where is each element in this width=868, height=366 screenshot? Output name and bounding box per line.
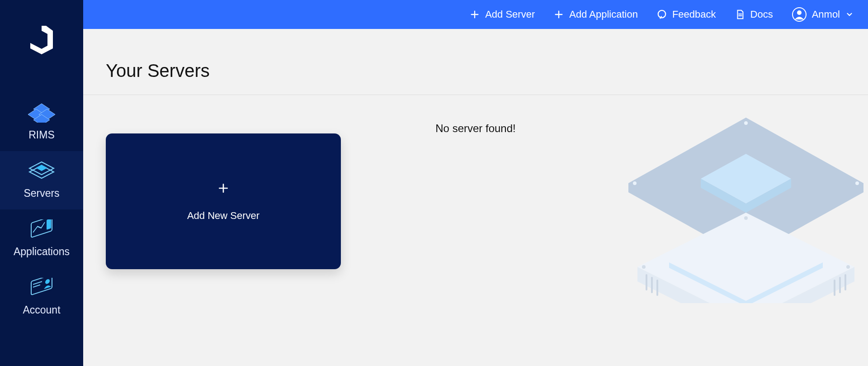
- avatar-icon: [792, 7, 807, 22]
- svg-marker-22: [701, 154, 791, 204]
- add-application-button[interactable]: Add Application: [554, 9, 638, 20]
- sidebar: RIMS Servers Applications: [0, 0, 83, 366]
- feedback-button[interactable]: Feedback: [657, 9, 716, 20]
- svg-marker-6: [36, 165, 47, 171]
- svg-marker-24: [637, 213, 854, 303]
- servers-icon: [28, 161, 56, 181]
- svg-marker-25: [637, 267, 854, 303]
- add-server-button[interactable]: Add Server: [470, 9, 535, 20]
- add-new-server-card[interactable]: Add New Server: [106, 133, 341, 269]
- svg-marker-23: [701, 179, 791, 213]
- sidebar-item-label: Applications: [14, 246, 70, 258]
- document-icon: [735, 10, 745, 19]
- sidebar-item-label: Servers: [24, 187, 59, 200]
- chat-icon: [657, 10, 667, 19]
- add-card-label: Add New Server: [187, 210, 259, 222]
- docs-button[interactable]: Docs: [735, 9, 773, 20]
- server-illustration: [619, 113, 868, 303]
- add-application-label: Add Application: [569, 9, 638, 20]
- main-area: Add Server Add Application Feedback Docs…: [83, 0, 868, 366]
- svg-marker-36: [669, 262, 823, 303]
- docs-label: Docs: [750, 9, 773, 20]
- svg-point-21: [633, 181, 637, 185]
- plus-icon: [470, 10, 480, 19]
- user-name: Anmol: [812, 9, 840, 20]
- svg-marker-16: [628, 118, 863, 249]
- empty-state-message: No server found!: [435, 122, 515, 135]
- sidebar-item-servers[interactable]: Servers: [0, 151, 83, 209]
- applications-icon: [28, 219, 56, 239]
- svg-point-29: [642, 265, 646, 269]
- sidebar-item-applications[interactable]: Applications: [0, 209, 83, 268]
- topbar: Add Server Add Application Feedback Docs…: [83, 0, 868, 29]
- svg-line-10: [33, 281, 42, 284]
- svg-point-15: [797, 10, 802, 15]
- account-icon: [28, 278, 56, 298]
- plus-icon: [217, 181, 229, 196]
- sidebar-item-label: RIMS: [28, 129, 55, 141]
- user-menu[interactable]: Anmol: [792, 7, 854, 22]
- content-area: No server found! Add New Server: [83, 95, 868, 366]
- rims-icon: [28, 103, 56, 123]
- brand-logo: [30, 25, 53, 54]
- svg-point-20: [744, 242, 748, 245]
- svg-marker-17: [628, 118, 863, 258]
- sidebar-item-label: Account: [23, 304, 60, 316]
- plus-icon: [554, 10, 564, 19]
- svg-rect-8: [47, 219, 51, 230]
- svg-line-11: [33, 285, 40, 287]
- sidebar-item-account[interactable]: Account: [0, 268, 83, 326]
- feedback-label: Feedback: [672, 9, 716, 20]
- svg-point-19: [855, 181, 859, 185]
- svg-point-18: [744, 121, 748, 125]
- sidebar-item-rims[interactable]: RIMS: [0, 93, 83, 151]
- svg-point-26: [744, 216, 748, 220]
- page-title: Your Servers: [83, 29, 868, 95]
- svg-point-27: [846, 265, 850, 269]
- chevron-down-icon: [845, 10, 854, 19]
- svg-point-12: [45, 279, 50, 285]
- add-server-label: Add Server: [485, 9, 535, 20]
